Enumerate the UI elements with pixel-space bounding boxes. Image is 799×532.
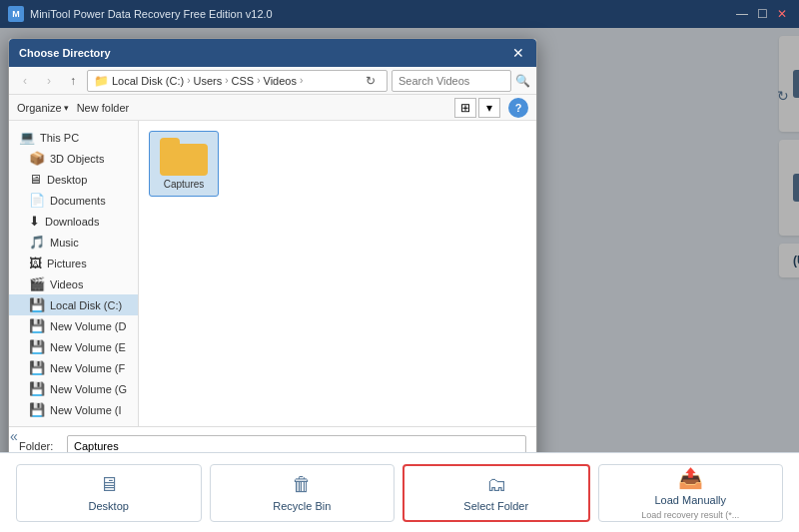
nav-label-volume-f: New Volume (F [50,362,125,374]
app-title: MiniTool Power Data Recovery Free Editio… [30,8,733,20]
organize-label: Organize [17,102,62,114]
nav-item-documents[interactable]: 📄 Documents [9,190,138,211]
action-select-folder-button[interactable]: 🗂 Select Folder [402,464,590,522]
recycle-bin-icon: 🗑 [292,473,312,496]
breadcrumb-users[interactable]: Users [193,75,222,87]
app-icon: M [8,6,24,22]
nav-item-volume-e[interactable]: 💾 New Volume (E [9,336,138,357]
organize-button[interactable]: Organize ▾ [17,102,69,114]
organize-chevron-icon: ▾ [64,103,69,113]
choose-directory-dialog: Choose Directory ✕ ‹ › ↑ 📁 Local Disk (C… [8,38,537,496]
forward-button[interactable]: › [39,71,59,91]
breadcrumb-folder-icon: 📁 [94,74,109,88]
search-icon[interactable]: 🔍 [515,74,530,88]
dialog-body: 💻 This PC 📦 3D Objects 🖥 Desktop 📄 [9,121,536,426]
dialog-main-area: Captures [139,121,536,426]
breadcrumb-sep-1: › [187,75,190,86]
nav-label-volume-e: New Volume (E [50,341,126,353]
nav-item-pictures[interactable]: 🖼 Pictures [9,253,138,273]
view-buttons: ⊞ ▾ [454,98,500,118]
dialog-title: Choose Directory [19,47,111,59]
action-desktop-button[interactable]: 🖥 Desktop [16,464,202,522]
minimize-button[interactable]: — [733,5,751,23]
nav-label-local-disk-c: Local Disk (C:) [50,299,122,311]
pictures-icon: 🖼 [29,256,42,270]
nav-item-videos[interactable]: 🎬 Videos [9,273,138,294]
new-folder-button[interactable]: New folder [77,102,130,114]
nav-item-3d-objects[interactable]: 📦 3D Objects [9,148,138,169]
action-recycle-bin-button[interactable]: 🗑 Recycle Bin [210,464,396,522]
action-bar: « 🖥 Desktop 🗑 Recycle Bin 🗂 Select Folde… [0,452,799,532]
breadcrumb-css[interactable]: CSS [232,75,255,87]
window-controls: — ☐ ✕ [733,5,791,23]
close-button[interactable]: ✕ [773,5,791,23]
nav-label-volume-g: New Volume (G [50,383,127,395]
nav-label-downloads: Downloads [45,216,99,228]
view-icons-button[interactable]: ⊞ [454,98,476,118]
nav-label-volume-d: New Volume (D [50,320,126,332]
nav-label-pictures: Pictures [47,258,87,269]
downloads-icon: ⬇ [29,214,40,229]
volume-e-icon: 💾 [29,339,45,354]
nav-panel: 💻 This PC 📦 3D Objects 🖥 Desktop 📄 [9,121,139,426]
volume-d-icon: 💾 [29,318,45,333]
nav-item-music[interactable]: 🎵 Music [9,232,138,253]
dialog-nav-bar: ‹ › ↑ 📁 Local Disk (C:) › Users › CSS › … [9,67,536,95]
nav-item-downloads[interactable]: ⬇ Downloads [9,211,138,232]
nav-item-local-disk-c[interactable]: 💾 Local Disk (C:) [9,294,138,315]
breadcrumb-sep-2: › [225,75,228,86]
nav-item-desktop[interactable]: 🖥 Desktop [9,169,138,190]
dialog-toolbar: Organize ▾ New folder ⊞ ▾ ? [9,95,536,121]
3d-objects-icon: 📦 [29,151,45,166]
nav-item-volume-g[interactable]: 💾 New Volume (G [9,378,138,399]
nav-label-3d: 3D Objects [50,153,104,165]
breadcrumb-sep-4: › [300,75,303,86]
maximize-button[interactable]: ☐ [753,5,771,23]
volume-f-icon: 💾 [29,360,45,375]
recycle-bin-label: Recycle Bin [273,500,331,512]
folder-captures[interactable]: Captures [149,131,219,197]
local-disk-c-icon: 💾 [29,297,45,312]
app-window: M MiniTool Power Data Recovery Free Edit… [0,0,799,532]
up-button[interactable]: ↑ [63,71,83,91]
volume-g-icon: 💾 [29,381,45,396]
breadcrumb-sep-3: › [257,75,260,86]
search-input[interactable] [392,70,511,92]
nav-label-this-pc: This PC [40,132,79,144]
volume-i-icon: 💾 [29,402,45,417]
nav-item-volume-i[interactable]: 💾 New Volume (I [9,399,138,420]
dialog-close-button[interactable]: ✕ [510,45,526,61]
folder-label-captures: Captures [164,179,205,190]
nav-item-this-pc[interactable]: 💻 This PC [9,127,138,148]
select-folder-icon: 🗂 [486,473,506,496]
help-button[interactable]: ? [508,98,528,118]
nav-label-music: Music [50,237,79,249]
collapse-button[interactable]: « [10,428,18,444]
music-icon: 🎵 [29,235,45,250]
app-content: 💽 New Volume(F: NTFS) 92.82 GB / 97.66 G… [0,28,799,532]
action-load-manually-button[interactable]: 📤 Load Manually Load recovery result (*.… [598,464,784,522]
videos-icon: 🎬 [29,276,45,291]
breadcrumb-bar[interactable]: 📁 Local Disk (C:) › Users › CSS › Videos… [87,70,388,92]
folder-icon-captures [160,138,208,176]
load-manually-icon: 📤 [678,466,703,490]
nav-item-volume-d[interactable]: 💾 New Volume (D [9,315,138,336]
documents-icon: 📄 [29,193,45,208]
load-manually-sublabel: Load recovery result (*... [641,510,739,520]
desktop-icon: 🖥 [29,172,42,187]
nav-label-volume-i: New Volume (I [50,404,122,416]
view-list-button[interactable]: ▾ [478,98,500,118]
breadcrumb-refresh-button[interactable]: ↻ [361,71,381,91]
nav-label-videos: Videos [50,278,83,290]
dialog-title-bar: Choose Directory ✕ [9,39,536,67]
load-manually-label: Load Manually [654,494,726,506]
title-bar: M MiniTool Power Data Recovery Free Edit… [0,0,799,28]
nav-item-volume-f[interactable]: 💾 New Volume (F [9,357,138,378]
back-button[interactable]: ‹ [15,71,35,91]
nav-label-documents: Documents [50,195,106,207]
select-folder-label: Select Folder [463,500,528,512]
desktop-action-icon: 🖥 [99,473,119,496]
breadcrumb-videos[interactable]: Videos [264,75,297,87]
nav-label-desktop: Desktop [47,174,87,186]
breadcrumb-local-disk[interactable]: Local Disk (C:) [112,75,184,87]
